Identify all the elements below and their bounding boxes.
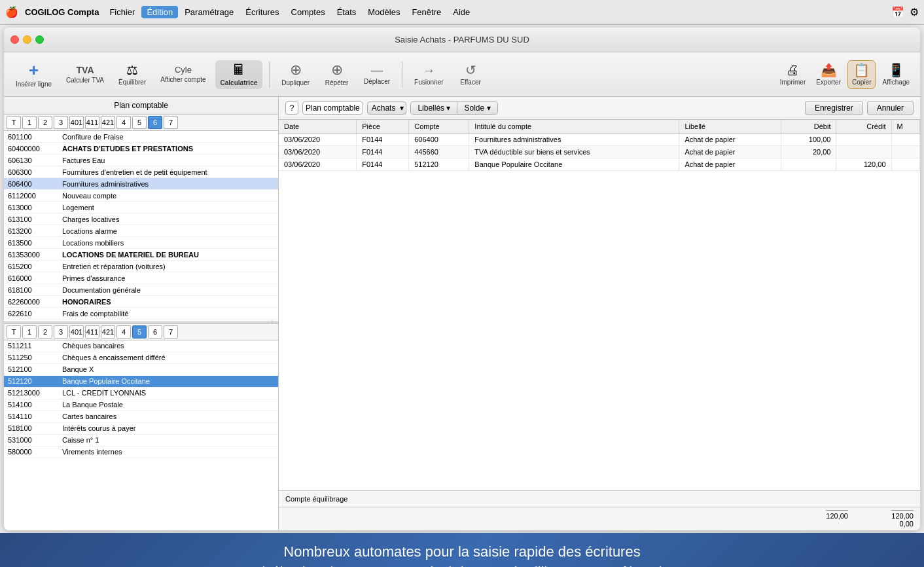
account-row-6112000[interactable]: 6112000 Nouveau compte [4, 190, 278, 202]
menu-edition[interactable]: Édition [141, 6, 178, 18]
account-row-518100[interactable]: 518100 Intérêts courus à payer [4, 423, 278, 435]
menu-parametrage[interactable]: Paramétrage [179, 6, 239, 18]
account-name: Banque Populaire Occitane [62, 377, 150, 385]
menu-modeles[interactable]: Modèles [363, 6, 405, 18]
account-row-622610[interactable]: 622610 Frais de comptabilité [4, 308, 278, 320]
menubar-gear-icon[interactable]: ⚙ [910, 6, 919, 18]
account-row-613000[interactable]: 613000 Logement [4, 202, 278, 213]
entry-row-3[interactable]: 03/06/2020 F0144 512120 Banque Populaire… [279, 158, 920, 171]
tab-7-bottom[interactable]: 7 [164, 325, 178, 338]
inserer-ligne-button[interactable]: + Insérer ligne [10, 59, 57, 90]
repeter-button[interactable]: ⊕ Répéter [319, 60, 355, 89]
menu-fenetre[interactable]: Fenêtre [406, 6, 446, 18]
account-row-60400000[interactable]: 60400000 ACHATS D'ETUDES ET PRESTATIONS [4, 143, 278, 155]
menu-comptes[interactable]: Comptes [286, 6, 330, 18]
tab-4-top[interactable]: 4 [116, 116, 131, 129]
tab-401-top[interactable]: 401 [69, 116, 84, 129]
tab-2-bottom[interactable]: 2 [38, 325, 52, 338]
account-row-512120[interactable]: 512120 Banque Populaire Occitane [4, 376, 278, 388]
menubar-calendar-icon[interactable]: 📅 [891, 6, 904, 18]
account-list-top: 601100 Confiture de Fraise 60400000 ACHA… [4, 131, 278, 321]
apple-menu[interactable]: 🍎 [5, 6, 18, 18]
plan-comptable-select[interactable]: Plan comptable [302, 101, 363, 115]
account-row-61353000[interactable]: 61353000 LOCATIONS DE MATERIEL DE BUREAU [4, 249, 278, 261]
calculatrice-button[interactable]: 🖩 Calculatrice [215, 60, 263, 89]
tab-3-top[interactable]: 3 [54, 116, 68, 129]
account-row-601100[interactable]: 601100 Confiture de Fraise [4, 131, 278, 143]
tab-T-top[interactable]: T [7, 116, 21, 129]
tab-3-bottom[interactable]: 3 [54, 325, 68, 338]
account-name: Primes d'assurance [62, 274, 125, 282]
account-row-613200[interactable]: 613200 Locations alarme [4, 225, 278, 237]
menu-etats[interactable]: États [332, 6, 362, 18]
tab-6-top[interactable]: 6 [148, 116, 162, 129]
menu-ecritures[interactable]: Écritures [240, 6, 284, 18]
account-row-514110[interactable]: 514110 Cartes bancaires [4, 411, 278, 423]
effacer-button[interactable]: ↺ Effacer [453, 61, 489, 88]
account-row-606130[interactable]: 606130 Factures Eau [4, 155, 278, 166]
entry-row-1[interactable]: 03/06/2020 F0144 606400 Fournitures admi… [279, 134, 920, 146]
solde-button[interactable]: Solde ▾ [457, 102, 497, 114]
tab-1-bottom[interactable]: 1 [22, 325, 37, 338]
account-row-606400[interactable]: 606400 Fournitures administratives [4, 178, 278, 190]
calculer-tva-button[interactable]: TVA Calculer TVA [61, 63, 109, 86]
zoom-button[interactable] [35, 35, 44, 44]
account-row-514100[interactable]: 514100 La Banque Postale [4, 399, 278, 411]
minimize-button[interactable] [23, 35, 31, 44]
copier-button[interactable]: 📋 Copier [847, 60, 876, 89]
account-row-51213000[interactable]: 51213000 LCL - CREDIT LYONNAIS [4, 388, 278, 399]
account-row-613100[interactable]: 613100 Charges locatives [4, 213, 278, 225]
help-button[interactable]: ? [285, 101, 298, 115]
account-row-512100[interactable]: 512100 Banque X [4, 364, 278, 376]
dupliquer-button[interactable]: ⊕ Dupliquer [276, 60, 315, 89]
tab-T-bottom[interactable]: T [7, 325, 21, 338]
account-row-618100[interactable]: 618100 Documentation générale [4, 284, 278, 296]
account-row-616000[interactable]: 616000 Primes d'assurance [4, 272, 278, 284]
tab-5-top[interactable]: 5 [132, 116, 147, 129]
tab-421-bottom[interactable]: 421 [101, 325, 115, 338]
tab-411-top[interactable]: 411 [85, 116, 99, 129]
account-code: 514100 [8, 401, 57, 409]
menu-aide[interactable]: Aide [448, 6, 475, 18]
account-row-613500[interactable]: 613500 Locations mobiliers [4, 237, 278, 249]
account-row-615200[interactable]: 615200 Entretien et réparation (voitures… [4, 261, 278, 272]
imprimer-button[interactable]: 🖨 Imprimer [776, 61, 809, 88]
menu-fichier[interactable]: Fichier [104, 6, 140, 18]
menubar-right-icons: 📅 ⚙ [891, 6, 919, 18]
afficher-compte-button[interactable]: Cyle Afficher compte [155, 63, 211, 86]
tab-1-top[interactable]: 1 [22, 116, 37, 129]
tab-401-bottom[interactable]: 401 [69, 325, 84, 338]
fusionner-button[interactable]: → Fusionner [409, 61, 448, 88]
entry-intitule: Fournitures administratives [469, 134, 679, 146]
tab-4-bottom[interactable]: 4 [116, 325, 131, 338]
annuler-button[interactable]: Annuler [867, 101, 914, 115]
tab-421-top[interactable]: 421 [101, 116, 115, 129]
tab-6-bottom[interactable]: 6 [148, 325, 162, 338]
affichage-button[interactable]: 📱 Affichage [878, 61, 914, 88]
account-row-606300[interactable]: 606300 Fournitures d'entretien et de pet… [4, 166, 278, 178]
account-row-511250[interactable]: 511250 Chèques à encaissement différé [4, 352, 278, 364]
tab-2-top[interactable]: 2 [38, 116, 52, 129]
totals-credit-col: 120,00 0,00 [855, 510, 914, 528]
exporter-button[interactable]: 📤 Exporter [812, 61, 845, 88]
deplacer-button[interactable]: — Déplacer [359, 62, 395, 88]
tab-5-bottom[interactable]: 5 [132, 325, 147, 338]
tab-411-bottom[interactable]: 411 [85, 325, 99, 338]
enregistrer-button[interactable]: Enregistrer [805, 101, 863, 115]
libelles-button[interactable]: Libellés ▾ [411, 102, 457, 114]
account-row-580000[interactable]: 580000 Virements internes [4, 447, 278, 458]
equilibrer-button[interactable]: ⚖ Équilibrer [113, 61, 151, 88]
achats-dropdown[interactable]: Achats ▾ [367, 101, 407, 115]
account-row-531000[interactable]: 531000 Caisse n° 1 [4, 435, 278, 447]
tab-7-top[interactable]: 7 [164, 116, 178, 129]
col-intitule: Intitulé du compte [469, 120, 679, 134]
entry-row-2[interactable]: 03/06/2020 F0144 445660 TVA déductible s… [279, 146, 920, 158]
app-name[interactable]: COGILOG Compta [25, 7, 99, 17]
banner-text: Nombreux automates pour la saisie rapide… [260, 542, 664, 567]
account-row-62260000[interactable]: 62260000 HONORAIRES [4, 296, 278, 308]
close-button[interactable] [10, 35, 19, 44]
entry-date: 03/06/2020 [279, 134, 357, 146]
account-row-511211[interactable]: 511211 Chèques bancaires [4, 340, 278, 352]
affichage-label: Affichage [882, 79, 910, 86]
main-window: Saisie Achats - PARFUMS DU SUD + Insérer… [4, 27, 920, 530]
